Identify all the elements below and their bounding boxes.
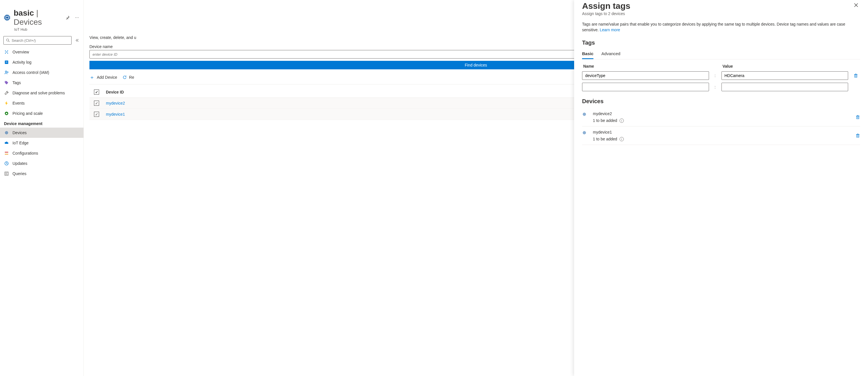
column-header-device-id: Device ID [106,90,124,94]
info-icon[interactable]: i [620,137,624,141]
page-title: basic | Devices [13,8,61,27]
svg-rect-39 [5,152,8,153]
tag-value-input[interactable] [721,83,848,91]
sidebar-item-activity-log[interactable]: Activity log [0,57,84,67]
sidebar-item-iot-edge[interactable]: IoT Edge [0,138,84,148]
svg-line-15 [8,41,10,42]
resource-type: IoT Hub [14,27,80,32]
svg-point-25 [5,71,7,73]
chip-icon [4,130,9,135]
nav-label: Access control (IAM) [12,70,49,75]
device-name: mydevice2 [593,111,851,116]
device-link[interactable]: mydevice1 [106,112,125,117]
svg-rect-48 [855,75,857,77]
search-input-wrapper[interactable] [3,36,71,45]
sidebar-item-overview[interactable]: Overview [0,47,84,57]
nav-label: Devices [12,131,27,135]
collapse-sidebar-icon[interactable] [74,37,80,44]
sidebar-item-tags[interactable]: Tags [0,78,84,88]
assign-tags-panel: Assign tags Assign tags to 2 devices Tag… [574,0,868,376]
svg-rect-78 [857,135,859,137]
tag-name-input[interactable] [582,83,709,91]
tab-advanced[interactable]: Advanced [601,51,620,59]
panel-description: Tags are name/value pairs that enable yo… [582,22,860,33]
sidebar-item-events[interactable]: Events [0,98,84,108]
bolt-icon [4,100,9,106]
iot-hub-icon [3,13,11,22]
nav-label: IoT Edge [12,141,29,145]
svg-rect-63 [857,116,859,119]
learn-more-link[interactable]: Learn more [600,28,620,32]
more-icon[interactable]: ⋯ [74,14,80,21]
refresh-button[interactable]: Re [122,75,134,80]
svg-rect-54 [584,114,585,115]
colon-separator: : [712,73,718,78]
device-status: 1 to be addedi [593,137,851,141]
row-checkbox[interactable] [94,112,99,117]
tags-heading: Tags [582,39,860,46]
device-entry: mydevice11 to be addedi [582,126,860,145]
colon-separator: : [712,85,718,89]
refresh-icon [122,75,127,80]
iam-icon [4,70,9,75]
log-icon [4,60,9,65]
panel-subtitle: Assign tags to 2 devices [582,11,630,16]
svg-rect-30 [6,133,7,133]
delete-tag-button[interactable] [851,73,860,78]
overview-icon [4,50,9,55]
nav-label: Updates [12,161,27,166]
pin-icon[interactable] [64,14,71,21]
devices-heading: Devices [582,98,860,105]
device-entry: mydevice21 to be addedi [582,108,860,126]
svg-rect-1 [6,17,8,19]
sidebar-item-updates[interactable]: Updates [0,158,84,169]
panel-title: Assign tags [582,1,630,11]
tag-name-input[interactable] [582,71,709,80]
sidebar-item-configurations[interactable]: Configurations [0,148,84,158]
svg-rect-40 [5,154,8,154]
plus-icon: ＋ [89,74,95,81]
nav-label: Queries [12,171,26,176]
remove-device-button[interactable] [856,115,860,119]
column-header-name: Name [582,64,709,68]
device-name: mydevice1 [593,130,851,135]
cloud-icon [4,140,9,146]
nav-label: Pricing and scale [12,111,43,116]
svg-point-26 [7,71,8,73]
sidebar-item-devices[interactable]: Devices [0,127,84,138]
config-icon [4,151,9,156]
chip-icon [582,112,589,119]
sidebar-item-queries[interactable]: Queries [0,169,84,179]
nav-label: Overview [12,50,29,54]
search-input[interactable] [12,38,69,42]
sidebar-item-diagnose-and-solve-problems[interactable]: Diagnose and solve problems [0,88,84,98]
nav-label: Activity log [12,60,32,64]
device-link[interactable]: mydevice2 [106,101,125,106]
search-icon [6,38,10,42]
tag-icon [4,80,9,85]
info-icon[interactable]: i [620,118,624,123]
nav-label: Diagnose and solve problems [12,91,65,95]
query-icon [4,171,9,176]
svg-point-14 [6,39,9,41]
device-status: 1 to be addedi [593,118,851,123]
price-icon [4,111,9,116]
nav-label: Events [12,101,25,106]
row-checkbox[interactable] [94,100,99,106]
remove-device-button[interactable] [856,133,860,138]
tag-value-input[interactable] [721,71,848,80]
nav-label: Configurations [12,151,38,155]
svg-rect-69 [584,133,585,133]
wrench-icon [4,90,9,95]
select-all-checkbox[interactable] [94,89,99,95]
update-icon [4,161,9,166]
tab-basic[interactable]: Basic [582,51,593,59]
nav-label: Tags [12,81,21,85]
close-icon[interactable] [852,1,860,9]
svg-point-27 [5,82,6,82]
sidebar-item-pricing-and-scale[interactable]: Pricing and scale [0,108,84,118]
chip-icon [582,131,589,137]
column-header-value: Value [721,64,848,68]
add-device-button[interactable]: ＋ Add Device [89,74,117,81]
sidebar-item-access-control-iam-[interactable]: Access control (IAM) [0,67,84,78]
